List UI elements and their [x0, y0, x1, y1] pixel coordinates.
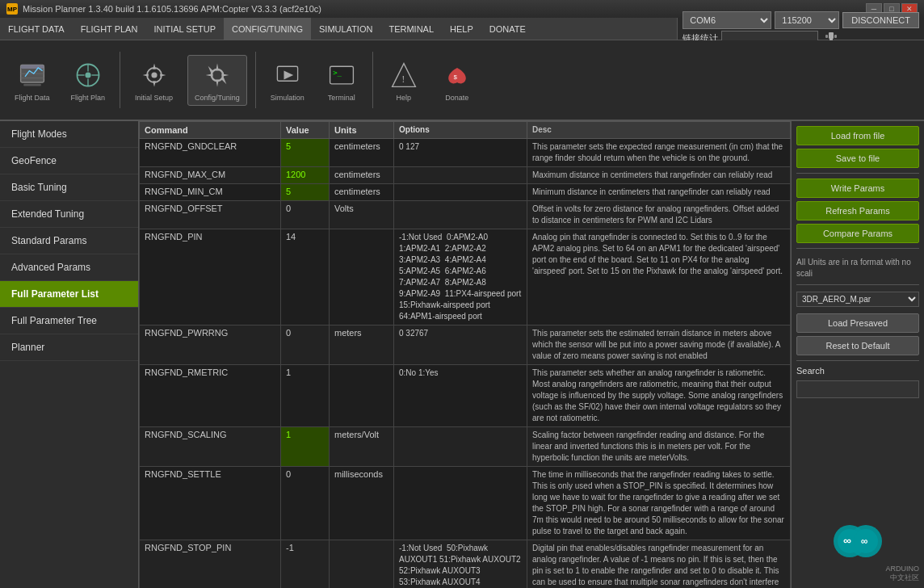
svg-rect-0 [829, 32, 834, 39]
menu-flight-data[interactable]: FLIGHT DATA [0, 18, 73, 40]
sidebar-item-full-parameter-list[interactable]: Full Parameter List [0, 281, 138, 308]
param-options [394, 184, 527, 201]
right-panel: Load from file Save to file Write Params… [791, 121, 924, 588]
col-value: Value [281, 122, 330, 139]
save-to-file-button[interactable]: Save to file [796, 149, 919, 168]
toolbar-terminal[interactable]: >_ Terminal [319, 56, 364, 105]
file-select[interactable]: 3DR_AERO_M.par [796, 292, 919, 307]
table-row[interactable]: RNGFND_OFFSET0VoltsOffset in volts for z… [140, 201, 791, 229]
param-desc: This parameter sets the estimated terrai… [527, 326, 791, 365]
baud-rate-select[interactable]: 115200 [775, 11, 839, 29]
menu-initial-setup[interactable]: INITIAL SETUP [145, 18, 224, 40]
table-row[interactable]: RNGFND_RMETRIC10:No 1:YesThis parameter … [140, 365, 791, 427]
sidebar-item-advanced-params[interactable]: Advanced Params [0, 254, 138, 281]
sidebar-item-basic-tuning[interactable]: Basic Tuning [0, 174, 138, 201]
param-desc: Analog pin that rangefinder is connected… [527, 229, 791, 326]
table-row[interactable]: RNGFND_SETTLE0millisecondsThe time in mi… [140, 467, 791, 540]
toolbar-flight-plan[interactable]: Flight Plan [65, 56, 112, 105]
param-value[interactable]: 1 [281, 427, 330, 467]
col-desc: Desc [527, 122, 791, 139]
svg-marker-19 [284, 70, 293, 79]
search-input[interactable] [796, 380, 919, 398]
param-value[interactable]: 5 [281, 184, 330, 201]
param-name: RNGFND_MIN_CM [140, 184, 281, 201]
toolbar-config-tuning[interactable]: Config/Tuning [187, 55, 247, 106]
toolbar-simulation[interactable]: Simulation [264, 56, 311, 105]
reset-to-default-button[interactable]: Reset to Default [796, 336, 919, 355]
svg-text:∞: ∞ [843, 534, 851, 547]
param-options: 0 32767 [394, 326, 527, 365]
table-row[interactable]: RNGFND_PWRRNG0meters0 32767This paramete… [140, 326, 791, 365]
param-name: RNGFND_OFFSET [140, 201, 281, 229]
table-row[interactable]: RNGFND_PIN14-1:Not Used 0:APM2-A0 1:APM2… [140, 229, 791, 326]
sidebar-item-geofence[interactable]: GeoFence [0, 148, 138, 174]
com-port-select[interactable]: COM6 [682, 11, 771, 29]
refresh-params-button[interactable]: Refresh Params [796, 201, 919, 220]
param-value[interactable]: 1200 [281, 167, 330, 184]
param-units: centimeters [330, 167, 394, 184]
param-options [394, 467, 527, 540]
menu-bar: FLIGHT DATA FLIGHT PLAN INITIAL SETUP CO… [0, 18, 924, 40]
menu-config-tuning[interactable]: CONFIG/TUNING [224, 18, 311, 40]
param-desc: This parameter sets the expected range m… [527, 139, 791, 167]
table-row[interactable]: RNGFND_SCALING1meters/VoltScaling factor… [140, 427, 791, 467]
col-command: Command [140, 122, 281, 139]
svg-text:∞: ∞ [861, 536, 868, 547]
param-name: RNGFND_PIN [140, 229, 281, 326]
toolbar-help[interactable]: ! Help [381, 56, 426, 105]
sidebar-item-full-parameter-tree[interactable]: Full Parameter Tree [0, 308, 138, 334]
param-value[interactable]: 0 [281, 201, 330, 229]
toolbar-initial-setup[interactable]: Initial Setup [128, 56, 179, 105]
param-name: RNGFND_SETTLE [140, 467, 281, 540]
param-units [330, 365, 394, 427]
compare-params-button[interactable]: Compare Params [796, 224, 919, 243]
table-container[interactable]: Command Value Units Options Desc RNGFND_… [139, 121, 791, 588]
panel-divider-4 [796, 360, 919, 361]
menu-help[interactable]: HELP [442, 18, 481, 40]
param-value[interactable]: 0 [281, 326, 330, 365]
panel-divider-2 [796, 248, 919, 249]
param-value[interactable]: 14 [281, 229, 330, 326]
sidebar-item-extended-tuning[interactable]: Extended Tuning [0, 201, 138, 228]
app-icon: MP [6, 3, 18, 15]
table-body: RNGFND_GNDCLEAR5centimeters0 127This par… [140, 139, 791, 589]
menu-flight-plan[interactable]: FLIGHT PLAN [73, 18, 146, 40]
toolbar-flight-data[interactable]: Flight Data [8, 56, 57, 105]
sidebar-item-standard-params[interactable]: Standard Params [0, 228, 138, 254]
svg-text:!: ! [401, 74, 405, 85]
svg-text:$: $ [453, 74, 457, 81]
param-value[interactable]: 1 [281, 365, 330, 427]
panel-divider-1 [796, 173, 919, 174]
svg-rect-3 [834, 35, 837, 38]
toolbar-donate[interactable]: $ Donate [435, 56, 480, 105]
param-area: Command Value Units Options Desc RNGFND_… [139, 121, 791, 588]
table-row[interactable]: RNGFND_MAX_CM1200centimetersMaximum dist… [140, 167, 791, 184]
table-row[interactable]: RNGFND_STOP_PIN-1-1:Not Used 50:Pixhawk … [140, 540, 791, 589]
param-options [394, 427, 527, 467]
param-units: Volts [330, 201, 394, 229]
svg-rect-2 [825, 35, 828, 38]
write-params-button[interactable]: Write Params [796, 178, 919, 198]
param-options: -1:Not Used 50:Pixhawk AUXOUT1 51:Pixhaw… [394, 540, 527, 589]
disconnect-button[interactable]: DISCONNECT [842, 12, 919, 28]
sidebar-item-flight-modes[interactable]: Flight Modes [0, 121, 138, 148]
param-desc: The time in milliseconds that the rangef… [527, 467, 791, 540]
param-value[interactable]: -1 [281, 540, 330, 589]
param-value[interactable]: 5 [281, 139, 330, 167]
parameter-table: Command Value Units Options Desc RNGFND_… [139, 121, 791, 588]
menu-simulation[interactable]: SIMULATION [311, 18, 380, 40]
param-name: RNGFND_PWRRNG [140, 326, 281, 365]
svg-rect-8 [23, 83, 41, 86]
param-value[interactable]: 0 [281, 467, 330, 540]
table-row[interactable]: RNGFND_GNDCLEAR5centimeters0 127This par… [140, 139, 791, 167]
arduino-label: ARDUINO中文社区 [796, 565, 919, 583]
load-from-file-button[interactable]: Load from file [796, 126, 919, 145]
load-presaved-button[interactable]: Load Presaved [796, 313, 919, 333]
sidebar: Flight Modes GeoFence Basic Tuning Exten… [0, 121, 139, 588]
menu-terminal[interactable]: TERMINAL [380, 18, 442, 40]
menu-donate[interactable]: DONATE [481, 18, 534, 40]
table-row[interactable]: RNGFND_MIN_CM5centimetersMinimum distanc… [140, 184, 791, 201]
svg-text:>_: >_ [333, 69, 342, 77]
sidebar-item-planner[interactable]: Planner [0, 334, 138, 361]
svg-rect-5 [20, 65, 44, 69]
